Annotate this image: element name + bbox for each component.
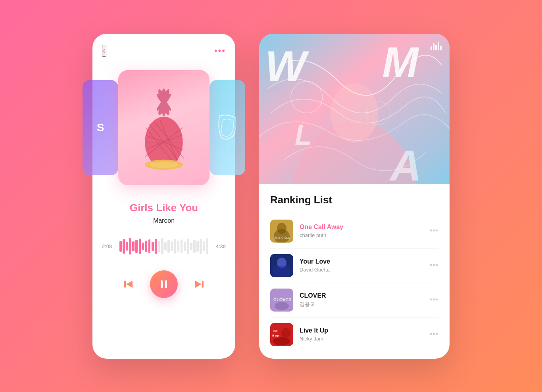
- waveform-section: 2:08 4:38: [102, 237, 226, 256]
- track-thumbnail: ONE CALL: [270, 220, 293, 243]
- track-artist: Nicky Jam: [300, 336, 423, 342]
- wave-bar: [148, 239, 151, 253]
- wave-bar: [126, 242, 128, 250]
- svg-point-24: [331, 83, 378, 143]
- album-next: [209, 80, 245, 175]
- svg-rect-37: [273, 266, 290, 276]
- track-more-button[interactable]: •••: [430, 296, 438, 304]
- svg-rect-18: [161, 280, 163, 288]
- svg-point-45: [273, 337, 290, 345]
- player-header: ‹ •••: [102, 45, 226, 57]
- svg-text:A: A: [389, 141, 421, 184]
- wave-bar: [119, 241, 122, 252]
- album-carousel: S: [102, 66, 226, 189]
- svg-marker-17: [126, 281, 133, 288]
- track-artist: 김용국: [300, 301, 423, 308]
- svg-point-15: [149, 161, 178, 168]
- current-time: 2:08: [102, 243, 115, 249]
- track-more-button[interactable]: •••: [430, 330, 438, 338]
- pineapple-art: [118, 70, 209, 185]
- wave-bar: [190, 243, 192, 250]
- wave-bar: [155, 239, 157, 254]
- wave-bar: [167, 240, 170, 252]
- svg-rect-16: [124, 281, 126, 288]
- playback-controls: [102, 270, 226, 298]
- svg-text:live: live: [273, 329, 278, 332]
- svg-rect-20: [202, 281, 204, 288]
- wave-bar: [187, 239, 189, 254]
- track-name: Your Love: [300, 258, 423, 265]
- wave-bar: [135, 240, 138, 252]
- track-info: CLOVER 김용국: [300, 292, 423, 308]
- ranking-card: W M L A Ranking List: [259, 34, 450, 359]
- track-artist: David Guetta: [300, 267, 423, 273]
- pause-button[interactable]: [150, 270, 178, 298]
- track-item: ONE CALL One Call Away charlie puth •••: [270, 214, 438, 249]
- svg-marker-21: [195, 281, 202, 288]
- wave-bar: [152, 242, 154, 251]
- track-item: CLOVER CLOVER 김용국 •••: [270, 283, 438, 317]
- wave-bar: [123, 239, 125, 254]
- prev-button[interactable]: [123, 279, 134, 290]
- wave-bar: [132, 241, 135, 251]
- wave-bar: [206, 238, 209, 254]
- track-thumbnail: live it up: [270, 323, 293, 346]
- wave-bar: [142, 243, 144, 250]
- song-artist: Maroon: [153, 217, 175, 224]
- sound-bars-icon: [431, 42, 442, 50]
- wave-bar: [129, 238, 131, 254]
- svg-rect-19: [165, 280, 167, 288]
- track-thumbnail: CLOVER: [270, 289, 293, 312]
- track-more-button[interactable]: •••: [430, 227, 438, 235]
- wave-bar: [139, 239, 141, 254]
- track-info: Live It Up Nicky Jam: [300, 327, 423, 342]
- wave-bar: [203, 241, 205, 251]
- ranking-content: Ranking List ONE CALL One Call Away char…: [259, 184, 450, 359]
- ranking-hero: W M L A: [259, 34, 450, 184]
- track-thumbnail: [270, 254, 293, 277]
- track-artist: charlie puth: [300, 232, 423, 238]
- album-prev: S: [83, 80, 118, 175]
- svg-text:it up: it up: [272, 334, 279, 337]
- song-title: Girls Like You: [130, 202, 198, 214]
- next-button[interactable]: [194, 279, 205, 290]
- wave-bar: [171, 241, 173, 251]
- svg-text:CLOVER: CLOVER: [273, 297, 292, 302]
- svg-text:M: M: [382, 38, 419, 86]
- track-info: One Call Away charlie puth: [300, 224, 423, 238]
- track-name: Live It Up: [300, 327, 423, 334]
- wave-bar: [174, 239, 177, 254]
- svg-point-44: [281, 328, 291, 338]
- track-item: Your Love David Guetta •••: [270, 249, 438, 283]
- track-more-button[interactable]: •••: [430, 261, 438, 270]
- wave-bar: [193, 240, 196, 252]
- track-name: CLOVER: [300, 292, 423, 299]
- hero-background: W M L A: [259, 34, 450, 184]
- track-name: One Call Away: [300, 224, 423, 231]
- player-card: ‹ ••• S: [92, 34, 235, 359]
- track-list: ONE CALL One Call Away charlie puth •••: [270, 214, 438, 352]
- wave-bar: [196, 241, 199, 252]
- ranking-title: Ranking List: [270, 194, 438, 206]
- svg-text:W: W: [265, 42, 309, 90]
- svg-text:L: L: [295, 120, 312, 151]
- total-time: 4:38: [213, 243, 226, 249]
- track-item: live it up Live It Up Nicky Jam •••: [270, 317, 438, 352]
- wave-bar: [161, 238, 163, 254]
- svg-point-40: [275, 302, 289, 310]
- wave-bar: [158, 241, 160, 252]
- back-button[interactable]: ‹: [102, 45, 106, 57]
- wave-bar: [145, 241, 148, 252]
- wave-bar: [184, 242, 186, 251]
- waveform[interactable]: [119, 237, 208, 256]
- svg-text:ONE CALL: ONE CALL: [274, 236, 290, 239]
- wave-bar: [181, 239, 183, 253]
- wave-bar: [177, 241, 180, 252]
- album-art-main: [118, 70, 209, 185]
- wave-bar: [200, 239, 202, 254]
- more-options-button[interactable]: •••: [214, 46, 226, 56]
- wave-bar: [164, 242, 167, 250]
- track-info: Your Love David Guetta: [300, 258, 423, 273]
